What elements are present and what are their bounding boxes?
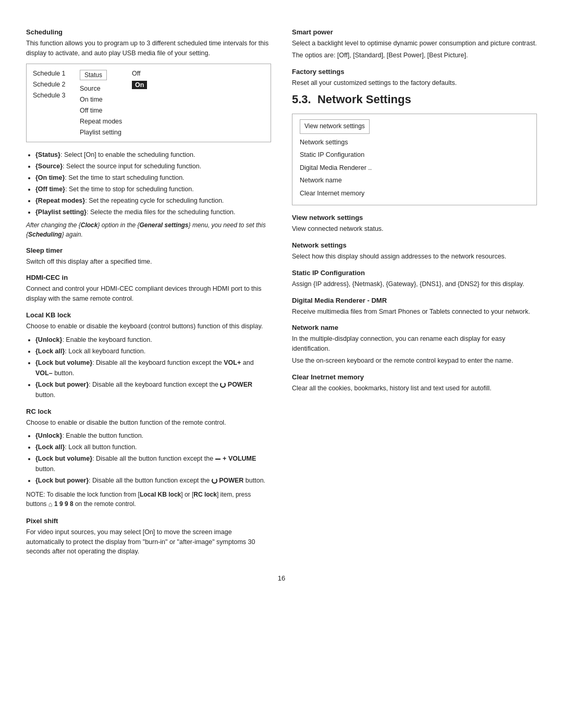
sleep-timer-heading: Sleep timer [26, 246, 271, 254]
bullet-repeat: {Repeat modes}: Set the repeating cycle … [35, 195, 271, 206]
repeat-modes-label: Repeat modes [80, 117, 132, 126]
network-name-item: Network name [300, 174, 529, 187]
rc-bullet-lock-power: {Lock but power}: Disable all the button… [35, 475, 271, 486]
section-name: Network Settings [317, 93, 411, 106]
sleep-timer-description: Switch off this display after a specifie… [26, 257, 271, 267]
rc-bullet-unlock: {Unlock}: Enable the button function. [35, 430, 271, 441]
scheduling-description: This function allows you to program up t… [26, 39, 271, 58]
bullet-status: {Status}: Select [On] to enable the sche… [35, 150, 271, 160]
schedule-table: Schedule 1 Schedule 2 Schedule 3 Status … [26, 64, 271, 142]
factory-settings-description: Reset all your customized settings to th… [292, 78, 537, 88]
schedule-3-label: Schedule 3 [33, 91, 80, 100]
pixel-shift-description: For video input sources, you may select … [26, 527, 271, 557]
smart-power-description: Select a backlight level to optimise dyn… [292, 39, 537, 48]
dmr-heading: Digital Media Renderer - DMR [292, 297, 537, 304]
kb-bullet-unlock: {Unlock}: Enable the keyboard function. [35, 335, 271, 345]
kb-bullet-lock-all: {Lock all}: Lock all keyboard function. [35, 346, 271, 356]
rc-lock-description: Choose to enable or disable the button f… [26, 418, 271, 428]
clear-internet-memory-item: Clear Internet memory [300, 187, 529, 200]
off-time-label: Off time [80, 106, 132, 115]
kb-bullet-lock-volume: {Lock but volume}: Disable all the keybo… [35, 357, 271, 378]
factory-settings-heading: Factory settings [292, 68, 537, 76]
static-ip-item: Static IP Configuration [300, 149, 529, 162]
on-value: On [132, 80, 174, 90]
local-kb-lock-description: Choose to enable or disable the keyboard… [26, 322, 271, 331]
bullet-on-time: {On time}: Set the time to start schedul… [35, 172, 271, 183]
static-ip-description: Assign {IP address}, {Netmask}, {Gateway… [292, 279, 537, 289]
status-box: Status [80, 70, 107, 80]
on-time-label: On time [80, 95, 132, 104]
view-network-description: View connected network status. [292, 224, 537, 234]
schedule-1-label: Schedule 1 [33, 69, 80, 78]
network-name-heading: Network name [292, 324, 537, 331]
local-kb-lock-heading: Local KB lock [26, 311, 271, 319]
kb-bullet-lock-power: {Lock but power}: Disable all the keyboa… [35, 379, 271, 400]
network-name-description2: Use the on-screen keyboard or the remote… [292, 356, 537, 366]
scheduling-bullets: {Status}: Select [On] to enable the sche… [35, 150, 271, 217]
off-value: Off [132, 69, 174, 78]
scheduling-heading: Scheduling [26, 28, 271, 36]
hdmi-cec-heading: HDMI-CEC in [26, 274, 271, 281]
bullet-playlist: {Playlist setting}: Selecte the media fi… [35, 207, 271, 217]
scheduling-note: After changing the {Clock} option in the… [26, 220, 271, 239]
bullet-source: {Source}: Select the source input for sc… [35, 161, 271, 171]
static-ip-heading: Static IP Configuration [292, 269, 537, 277]
smart-power-options: The optios are: [Off], [Standard], [Best… [292, 51, 537, 60]
view-network-heading: View network settings [292, 214, 537, 221]
schedule-2-label: Schedule 2 [33, 80, 80, 89]
schedule-col3: Off On [132, 69, 174, 137]
status-header: Status [80, 69, 132, 82]
clear-internet-memory-description: Clear all the cookies, bookmarks, histor… [292, 384, 537, 393]
page-number: 16 [26, 574, 537, 582]
network-name-description1: In the multiple-disdplay connection, you… [292, 334, 537, 354]
smart-power-heading: Smart power [292, 28, 537, 36]
dmr-item: Digital Media Renderer .. [300, 162, 529, 175]
source-label: Source [80, 84, 132, 93]
schedule-col2: Status Source On time Off time Repeat mo… [80, 69, 132, 137]
network-settings-heading: Network settings [292, 241, 537, 249]
rc-lock-heading: RC lock [26, 408, 271, 415]
network-settings-item: Network settings [300, 136, 529, 149]
rc-bullet-lock-volume: {Lock but volume}: Disable all the butto… [35, 453, 271, 474]
network-settings-title: 5.3. Network Settings [292, 93, 537, 106]
section-number: 5.3. [292, 93, 311, 106]
schedule-col1: Schedule 1 Schedule 2 Schedule 3 [33, 69, 80, 137]
view-network-settings-button[interactable]: View network settings [300, 119, 370, 134]
dmr-description: Receive multimedia files from Smart Phon… [292, 307, 537, 317]
right-column: Smart power Select a backlight level to … [292, 21, 537, 559]
pixel-shift-heading: Pixel shift [26, 517, 271, 525]
playlist-setting-label: Playlist setting [80, 128, 132, 137]
bullet-off-time: {Off time}: Set the time to stop for sch… [35, 184, 271, 194]
network-settings-description: Select how this display should assign ad… [292, 252, 537, 262]
hdmi-cec-description: Connect and control your HDMI-CEC compli… [26, 284, 271, 304]
rc-lock-note: NOTE: To disable the lock function from … [26, 490, 271, 510]
left-column: Scheduling This function allows you to p… [26, 21, 271, 559]
rc-lock-bullets: {Unlock}: Enable the button function. {L… [35, 430, 271, 486]
rc-bullet-lock-all: {Lock all}: Lock all button function. [35, 442, 271, 452]
clear-internet-memory-heading: Clear Inetrnet memory [292, 373, 537, 381]
local-kb-bullets: {Unlock}: Enable the keyboard function. … [35, 335, 271, 400]
network-menu-box: View network settings Network settings S… [292, 114, 537, 205]
